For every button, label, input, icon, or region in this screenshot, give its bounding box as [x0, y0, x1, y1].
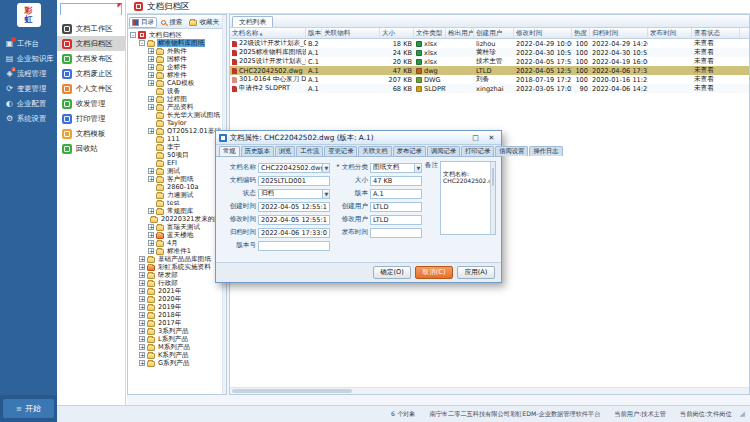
dialog-button-1[interactable]: 确定(O)	[373, 266, 411, 279]
expand-icon[interactable]: +	[148, 208, 154, 214]
tree-item-3[interactable]: +外购件	[128, 47, 226, 55]
expand-icon[interactable]: +	[148, 248, 154, 254]
field-input-修改时间[interactable]: 2022-04-05 12:55:18	[258, 215, 330, 225]
tree-item-8[interactable]: 设备	[128, 87, 226, 95]
table-row-4[interactable]: CHC22042502.dwgA.147 KBdwgLTLD2022-04-05…	[230, 66, 749, 75]
tree-item-11[interactable]: 长光华大测试图纸	[128, 111, 226, 119]
dialog-tab-8[interactable]: 调阅记录	[427, 146, 460, 156]
tree-item-39[interactable]: +L系列产品	[128, 335, 226, 343]
field-input-版本号[interactable]	[258, 241, 330, 251]
sidebar-item-1[interactable]: ▣工作台	[0, 37, 57, 51]
tree-tab-1[interactable]: 目录	[129, 17, 157, 28]
dialog-tab-10[interactable]: 借阅设置	[495, 146, 528, 156]
tree-tab-2[interactable]: 搜索	[158, 17, 185, 28]
expand-icon[interactable]: +	[139, 264, 145, 270]
tree-item-24[interactable]: 20220321发来的图纸	[128, 215, 226, 223]
tree-item-22[interactable]: test	[128, 199, 226, 207]
tree-item-33[interactable]: +2021年	[128, 287, 226, 295]
collapse-icon[interactable]: -	[139, 40, 145, 46]
menu-item-7[interactable]: 打印管理	[57, 111, 125, 126]
dialog-tab-11[interactable]: 操作日志	[529, 146, 562, 156]
expand-icon[interactable]: +	[148, 64, 154, 70]
expand-icon[interactable]: +	[148, 104, 154, 110]
dialog-tab-9[interactable]: 打印记录	[461, 146, 494, 156]
dialog-tab-2[interactable]: 历史版本	[241, 146, 274, 156]
menu-item-3[interactable]: 文档发布区	[57, 51, 125, 66]
dialog-tab-5[interactable]: 变更记录	[324, 146, 357, 156]
expand-icon[interactable]: +	[148, 72, 154, 78]
start-button[interactable]: ≡ 开始	[3, 399, 54, 418]
column-header-7[interactable]: 创建用户	[474, 28, 514, 38]
menu-item-8[interactable]: 文档模板	[57, 126, 125, 141]
field-input-创建时间[interactable]: 2022-04-05 12:55:18	[258, 202, 330, 212]
field-input-文档名称[interactable]: CHC22042502.dwg▼	[258, 163, 330, 173]
maximize-icon[interactable]: □	[469, 132, 482, 143]
tree-item-29[interactable]: +基础产品品库图纸	[128, 255, 226, 263]
expand-icon[interactable]: +	[139, 320, 145, 326]
tree-item-13[interactable]: +QT20512.01基础	[128, 127, 226, 135]
note-scrollbar[interactable]	[490, 162, 495, 234]
column-header-5[interactable]: 文件类型	[414, 28, 446, 38]
tree-item-25[interactable]: +富瑞天测试	[128, 223, 226, 231]
tree-item-7[interactable]: +CAD模板	[128, 79, 226, 87]
expand-icon[interactable]: +	[139, 288, 145, 294]
field-input-修改用户[interactable]: LTLD	[370, 215, 422, 225]
expand-icon[interactable]: +	[148, 96, 154, 102]
expand-icon[interactable]: +	[148, 232, 154, 238]
tree-item-19[interactable]: +客户图纸	[128, 175, 226, 183]
tree-item-17[interactable]: EFI	[128, 159, 226, 167]
tree-item-35[interactable]: +2019年	[128, 303, 226, 311]
column-header-1[interactable]: 文档名称▲	[230, 28, 306, 38]
column-header-12[interactable]: 查看状态	[692, 28, 740, 38]
tree-item-20[interactable]: 2860-10a	[128, 183, 226, 191]
dialog-tab-6[interactable]: 关联文档	[358, 146, 391, 156]
tree-item-16[interactable]: 50项目	[128, 151, 226, 159]
field-input-文档编码[interactable]: 2025LTLD001	[258, 176, 330, 186]
table-row-5[interactable]: 301-0164 中心浆刀 DWGA.1207 KBDWG刘备2018-07-1…	[230, 75, 749, 84]
expand-icon[interactable]: +	[148, 224, 154, 230]
tree-item-26[interactable]: +蓝天楼地	[128, 231, 226, 239]
column-header-11[interactable]: 发布时间	[648, 28, 692, 38]
column-header-3[interactable]: 关联物料	[322, 28, 380, 38]
field-input-文档分类[interactable]: 图纸文档▼	[370, 163, 422, 173]
expand-icon[interactable]: +	[148, 80, 154, 86]
tree-item-32[interactable]: +行政部	[128, 279, 226, 287]
dialog-button-3[interactable]: 应用(A)	[457, 266, 495, 279]
expand-icon[interactable]: +	[148, 48, 154, 54]
sidebar-item-2[interactable]: ▤企业知识库	[0, 52, 57, 66]
table-horizontal-scrollbar[interactable]	[230, 387, 749, 394]
tree-item-38[interactable]: +3系列产品	[128, 327, 226, 335]
field-input-大小[interactable]: 47 KB	[370, 176, 422, 186]
menu-item-1[interactable]: 文档工作区	[57, 21, 125, 36]
column-header-6[interactable]: 检出用户	[446, 28, 474, 38]
resize-grip[interactable]: ◢	[740, 410, 745, 418]
menu-item-9[interactable]: 回收站	[57, 141, 125, 156]
tree-item-37[interactable]: +2017年	[128, 319, 226, 327]
expand-icon[interactable]: +	[139, 256, 145, 262]
tree-item-4[interactable]: +国标件	[128, 55, 226, 63]
close-icon[interactable]: ✕	[485, 132, 498, 143]
tree-item-21[interactable]: 力通测试	[128, 191, 226, 199]
expand-icon[interactable]: +	[139, 296, 145, 302]
expand-icon[interactable]: +	[148, 240, 154, 246]
tree-item-40[interactable]: +M系列产品	[128, 343, 226, 351]
expand-icon[interactable]: +	[148, 56, 154, 62]
field-input-发布时间[interactable]	[370, 228, 422, 238]
menu-item-6[interactable]: 收发管理	[57, 96, 125, 111]
collapse-icon[interactable]: -	[130, 32, 136, 38]
tree-item-41[interactable]: +K系列产品	[128, 351, 226, 359]
table-row-3[interactable]: 2025设计开发计划表_000001...C.120 KBxlsx技术主管202…	[230, 57, 749, 66]
expand-icon[interactable]: +	[148, 176, 154, 182]
expand-icon[interactable]: +	[139, 272, 145, 278]
tree-item-15[interactable]: 李宁	[128, 143, 226, 151]
menu-item-4[interactable]: 文档废止区	[57, 66, 125, 81]
expand-icon[interactable]: +	[139, 328, 145, 334]
tree-item-12[interactable]: Taylor	[128, 119, 226, 127]
tree-item-6[interactable]: +标准件	[128, 71, 226, 79]
table-row-1[interactable]: 22级设计开发计划表_002.xlsxB.218 KBxlsxlizhou202…	[230, 39, 749, 48]
sidebar-item-5[interactable]: ◐企业配置	[0, 97, 57, 111]
column-header-2[interactable]: 版本	[306, 28, 322, 38]
tree-item-34[interactable]: +2020年	[128, 295, 226, 303]
table-row-2[interactable]: 2025标准物料库图纸设计开...A.124 KBxlsx黄桂珍2022-04-…	[230, 48, 749, 57]
expand-icon[interactable]: +	[139, 336, 145, 342]
